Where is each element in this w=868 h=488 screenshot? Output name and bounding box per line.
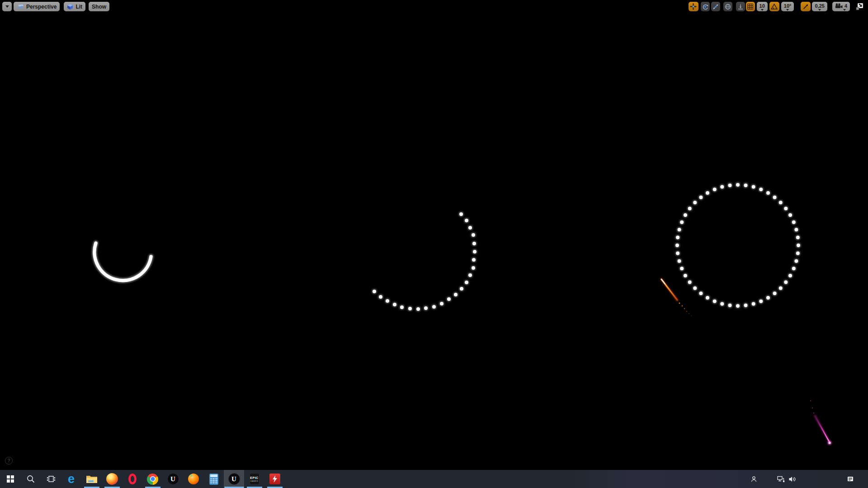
lightning-icon xyxy=(269,474,280,484)
taskbar-app-epic-games[interactable]: EPIC GAMES xyxy=(244,470,264,488)
scale-snap-icon xyxy=(802,4,809,10)
taskbar-app-unreal-engine[interactable]: U xyxy=(163,470,183,488)
lit-label: Lit xyxy=(75,4,82,10)
grid-snap-value-button[interactable]: 10 xyxy=(757,2,768,11)
chevron-down-icon xyxy=(5,5,9,8)
watermark-glow xyxy=(571,470,868,488)
chevron-down-icon xyxy=(818,9,821,11)
file-explorer-icon xyxy=(86,474,98,484)
grid-snap-icon xyxy=(747,4,753,9)
scale-snap-value: 0,25 xyxy=(815,3,824,9)
viewport-effects-layer xyxy=(0,0,868,470)
calculator-icon xyxy=(209,474,218,485)
viewport-options-dropdown[interactable] xyxy=(2,2,12,11)
lit-mode-button[interactable]: Lit xyxy=(64,2,85,11)
fl-studio-icon xyxy=(188,474,199,484)
scale-snapping-button[interactable] xyxy=(801,2,811,11)
unreal-engine-icon: U xyxy=(228,473,240,485)
restore-viewport-icon xyxy=(856,3,863,10)
perspective-button[interactable]: Perspective xyxy=(14,2,60,11)
speaker-icon xyxy=(788,476,796,483)
world-coordinate-button[interactable] xyxy=(723,2,732,11)
rotation-snap-value: 10° xyxy=(784,3,792,9)
help-icon[interactable]: ? xyxy=(5,457,13,465)
person-icon xyxy=(750,476,757,483)
rotate-tool-icon xyxy=(702,4,708,10)
taskbar-app-opera[interactable] xyxy=(122,470,142,488)
taskbar-app-unreal-engine-active[interactable]: U xyxy=(224,470,244,488)
taskbar-app-edge[interactable]: e xyxy=(61,470,81,488)
network-icon xyxy=(777,476,785,483)
surface-snapping-button[interactable] xyxy=(736,2,745,11)
perspective-icon xyxy=(17,4,24,9)
viewport-toolbar-left: Perspective Lit Show xyxy=(2,2,109,11)
chevron-down-icon xyxy=(843,9,846,11)
move-tool-button[interactable] xyxy=(689,2,698,11)
taskbar-app-search[interactable] xyxy=(20,470,41,488)
show-menu-button[interactable]: Show xyxy=(89,2,109,11)
lit-cube-icon xyxy=(67,4,73,10)
people-tray-icon[interactable] xyxy=(750,470,757,488)
grid-snapping-button[interactable] xyxy=(746,2,755,11)
touch-keyboard-icon xyxy=(847,476,854,482)
task-view-icon xyxy=(47,475,56,483)
unreal-engine-icon: U xyxy=(167,473,179,485)
perspective-label: Perspective xyxy=(26,4,57,10)
taskbar-app-calculator[interactable] xyxy=(203,470,224,488)
firefox-icon xyxy=(106,473,118,485)
epic-games-icon: EPIC GAMES xyxy=(250,473,259,485)
chevron-down-icon xyxy=(761,9,764,11)
help-glyph: ? xyxy=(7,458,10,463)
touch-keyboard-tray-icon[interactable] xyxy=(847,470,854,488)
ue-viewport[interactable]: Perspective Lit Show xyxy=(0,0,868,470)
windows-start-icon xyxy=(7,475,14,483)
scale-snap-value-button[interactable]: 0,25 xyxy=(812,2,827,11)
taskbar-app-task-view[interactable] xyxy=(41,470,61,488)
taskbar-app-fl-studio[interactable] xyxy=(183,470,203,488)
rotation-snapping-button[interactable] xyxy=(769,2,779,11)
taskbar-app-file-explorer[interactable] xyxy=(81,470,102,488)
viewport-toolbar-right: 10 10° 0,25 xyxy=(689,2,863,11)
volume-tray-icon[interactable] xyxy=(788,470,796,488)
scale-tool-icon xyxy=(712,4,719,10)
globe-icon xyxy=(725,4,731,10)
camera-speed-value: 4 xyxy=(844,3,847,9)
search-icon xyxy=(26,474,35,483)
camera-speed-button[interactable]: 4 xyxy=(832,2,850,11)
angle-snap-icon xyxy=(771,4,778,9)
edge-icon: e xyxy=(68,474,75,484)
scale-tool-button[interactable] xyxy=(711,2,720,11)
restore-viewport-button[interactable] xyxy=(856,3,863,10)
taskbar-apps: e U U xyxy=(0,470,285,488)
camera-icon xyxy=(835,3,843,9)
taskbar-app-chrome[interactable] xyxy=(142,470,163,488)
taskbar-app-start[interactable] xyxy=(0,470,20,488)
chevron-down-icon xyxy=(786,9,789,11)
grid-snap-value: 10 xyxy=(760,3,765,9)
opera-icon xyxy=(128,474,137,484)
surface-snap-icon xyxy=(737,4,744,10)
taskbar-app-flash-app[interactable] xyxy=(264,470,285,488)
taskbar-app-firefox[interactable] xyxy=(102,470,122,488)
move-tool-icon xyxy=(690,3,697,10)
windows-taskbar: e U U xyxy=(0,470,868,488)
chrome-icon xyxy=(147,474,158,485)
network-tray-icon[interactable] xyxy=(777,470,785,488)
rotation-snap-value-button[interactable]: 10° xyxy=(781,2,794,11)
show-label: Show xyxy=(92,4,106,10)
rotate-tool-button[interactable] xyxy=(701,2,710,11)
